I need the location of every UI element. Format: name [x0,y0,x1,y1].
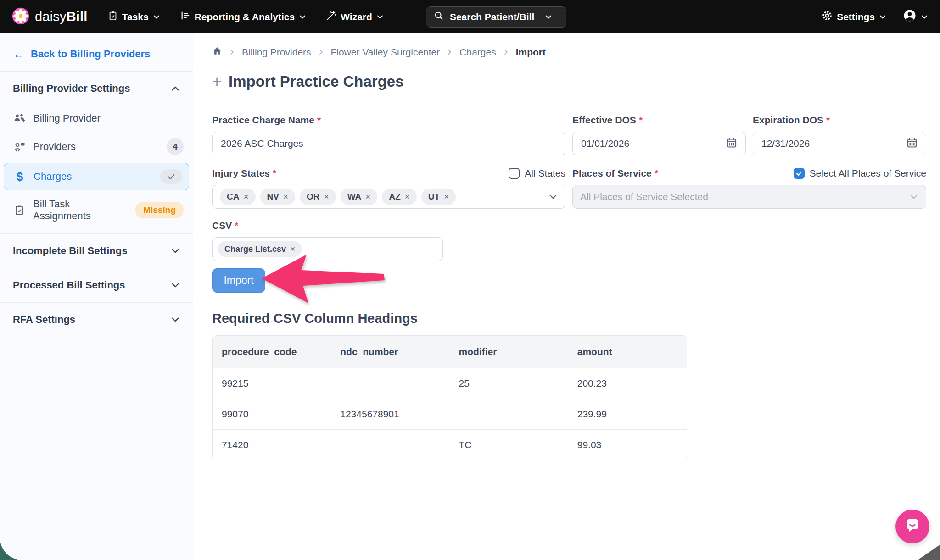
table-cell: 12345678901 [331,399,449,430]
places-of-service-value: All Places of Service Selected [580,191,708,202]
nav-reporting-analytics[interactable]: Reporting & Analytics [180,11,307,23]
section-incomplete-bill-settings[interactable]: Incomplete Bill Settings [0,234,193,268]
breadcrumb-separator-icon [446,49,453,55]
page-title: Import Practice Charges [229,73,403,90]
chevron-down-icon [171,315,180,324]
chip-remove-icon[interactable]: × [283,192,288,202]
chevron-down-icon [153,13,160,21]
column-header: amount [568,336,687,368]
daisybill-logo[interactable]: daisyBill [12,7,88,27]
chip-remove-icon[interactable]: × [243,192,248,202]
missing-status-badge: Missing [135,202,184,218]
places-of-service-select: All Places of Service Selected [572,185,926,209]
select-all-places-label: Select All Places of Service [810,168,926,179]
breadcrumb-flower-valley-surgicenter[interactable]: Flower Valley Surgicenter [331,47,440,58]
sidebar-item-billing-provider[interactable]: Billing Provider [0,105,193,131]
practice-charge-name-input[interactable] [212,132,565,155]
providers-count-badge: 4 [167,138,184,155]
back-link-label: Back to Billing Providers [31,48,150,60]
expiration-dos-value: 12/31/2026 [761,138,810,149]
expiration-dos-input[interactable]: 12/31/2026 [753,132,926,155]
chip-remove-icon[interactable]: × [444,192,449,202]
nav-tasks-label: Tasks [122,11,149,22]
breadcrumb-separator-icon [229,49,235,55]
injury-states-multiselect[interactable]: CA× NV× OR× WA× AZ× UT× [212,185,565,209]
main-content: Billing Providers Flower Valley Surgicen… [193,33,940,560]
table-row: 71420 TC 99.03 [213,430,687,460]
select-all-places-checkbox[interactable]: Select All Places of Service [794,168,926,179]
section-rfa-settings[interactable]: RFA Settings [0,303,193,337]
table-cell: TC [450,430,568,460]
effective-dos-input[interactable]: 01/01/2026 [572,132,746,155]
table-cell [331,430,449,460]
nav-tasks[interactable]: Tasks [108,11,160,23]
checkbox-unchecked-icon[interactable] [509,168,520,179]
import-button[interactable]: Import [212,268,265,293]
effective-dos-field: Effective DOS* 01/01/2026 [572,114,746,155]
csv-file-input[interactable]: Charge List.csv× [212,237,443,261]
annotation-arrow-icon [261,253,386,306]
breadcrumb-charges[interactable]: Charges [459,47,496,58]
sidebar-item-bill-task-assignments[interactable]: Bill Task Assignments Missing [0,191,193,229]
chevron-down-icon [171,281,180,290]
practice-charge-name-label: Practice Charge Name* [212,115,321,126]
chevron-down-icon [299,13,306,21]
csv-label: CSV* [212,220,238,231]
nav-user-menu[interactable] [903,9,928,25]
chip-remove-icon[interactable]: × [324,192,329,202]
chat-bubble-icon [903,516,922,537]
back-to-billing-providers-link[interactable]: ← Back to Billing Providers [0,40,193,71]
table-cell: 71420 [213,430,331,460]
sidebar-item-label: Providers [33,141,159,153]
calendar-icon[interactable] [906,137,918,150]
window-corner-decoration [0,535,50,560]
search-icon [434,11,444,23]
state-chip: AZ× [382,189,416,205]
sidebar-item-providers[interactable]: Providers 4 [0,131,193,162]
sidebar-item-label: Billing Provider [33,112,184,124]
checkbox-checked-icon[interactable] [794,168,805,179]
calendar-icon[interactable] [726,137,737,150]
nav-wizard[interactable]: Wizard [326,11,384,23]
column-header: ndc_number [331,336,449,368]
dollar-icon: $ [13,170,26,184]
chevron-down-icon [921,13,928,21]
section-billing-provider-settings[interactable]: Billing Provider Settings [0,72,193,105]
table-cell: 200.23 [568,368,687,399]
table-cell: 99215 [213,368,331,399]
section-processed-bill-settings[interactable]: Processed Bill Settings [0,268,193,302]
nav-settings[interactable]: Settings [822,10,886,23]
state-chip: NV× [260,189,296,205]
effective-dos-value: 01/01/2026 [581,138,629,149]
state-chip: UT× [421,189,456,205]
all-states-label: All States [525,168,565,179]
chip-remove-icon[interactable]: × [405,192,410,202]
csv-table-title: Required CSV Column Headings [212,311,926,326]
chevron-down-icon [376,13,384,21]
chevron-down-icon [548,192,558,201]
state-chip: WA× [341,189,378,205]
home-icon[interactable] [212,46,222,58]
all-states-checkbox[interactable]: All States [509,168,565,179]
chevron-down-icon [879,13,886,21]
search-patient-bill[interactable]: Search Patient/Bill [426,6,566,28]
check-icon [167,172,176,181]
section-title: RFA Settings [13,314,75,326]
sidebar-item-label: Bill Task Assignments [33,198,128,222]
table-row: 99215 25 200.23 [213,368,687,399]
injury-states-label: Injury States* [212,168,276,179]
section-title: Processed Bill Settings [13,279,125,291]
sidebar-item-charges[interactable]: $ Charges [4,163,189,190]
chip-remove-icon[interactable]: × [290,244,295,254]
reporting-chart-icon [180,11,190,23]
chat-launcher-button[interactable] [895,510,929,543]
effective-dos-label: Effective DOS* [572,115,643,126]
table-cell: 99.03 [568,430,687,460]
breadcrumb-billing-providers[interactable]: Billing Providers [242,47,311,58]
table-cell [331,368,449,399]
chevron-up-icon [171,84,180,93]
chevron-down-icon [909,192,918,201]
csv-columns-table: procedure_code ndc_number modifier amoun… [212,335,687,460]
clipboard-check-icon [13,205,26,216]
chip-remove-icon[interactable]: × [365,192,370,202]
